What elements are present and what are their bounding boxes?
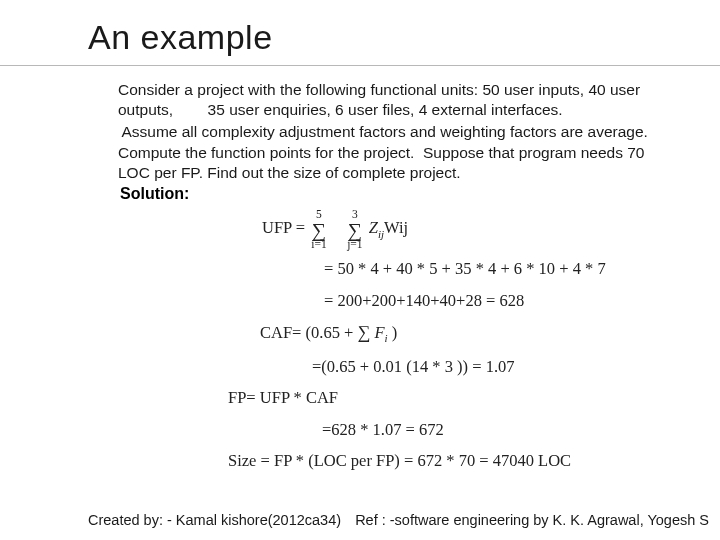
- footer-ref: Ref : -software engineering by K. K. Agr…: [355, 512, 709, 528]
- problem-line-1: Consider a project with the following fu…: [118, 80, 676, 120]
- ufp-result: = 200+200+140+40+28 = 628: [324, 288, 720, 314]
- slide-title: An example: [88, 18, 720, 57]
- sigma2-lower: j=1: [347, 239, 362, 251]
- slide: An example Consider a project with the f…: [0, 0, 720, 540]
- caf-suffix: ): [392, 323, 398, 342]
- ufp-expansion: = 50 * 4 + 40 * 5 + 35 * 4 + 6 * 10 + 4 …: [324, 256, 720, 282]
- title-underline: [0, 65, 720, 66]
- sigma-icon: ∑: [347, 221, 362, 239]
- z-var: Z: [369, 218, 378, 237]
- sigma-outer: 5 ∑ i=1: [311, 209, 326, 250]
- sigma-icon: ∑: [311, 221, 326, 239]
- sigma1-lower: i=1: [311, 239, 326, 251]
- caf-result: =(0.65 + 0.01 (14 * 3 )) = 1.07: [312, 354, 720, 380]
- footer: Created by: - Kamal kishore(2012ca34) Re…: [88, 512, 709, 528]
- f-sub: i: [385, 333, 388, 345]
- sigma-inner: 3 ∑ j=1: [347, 209, 362, 250]
- f-var: F: [374, 323, 384, 342]
- problem-line-3: Compute the function points for the proj…: [118, 143, 676, 183]
- footer-created: Created by: - Kamal kishore(2012ca34): [88, 512, 341, 528]
- problem-line-2: Assume all complexity adjustment factors…: [118, 122, 676, 142]
- caf-definition: CAF= (0.65 + ∑ Fi ): [260, 319, 720, 347]
- ufp-prefix: UFP =: [262, 218, 309, 237]
- math-block: UFP = 5 ∑ i=1 3 ∑ j=1 ZijWij = 50 * 4 + …: [262, 209, 720, 474]
- ufp-definition: UFP = 5 ∑ i=1 3 ∑ j=1 ZijWij: [262, 209, 720, 250]
- fp-result: =628 * 1.07 = 672: [322, 417, 720, 443]
- solution-label: Solution:: [120, 185, 720, 203]
- fp-definition: FP= UFP * CAF: [228, 385, 720, 411]
- caf-prefix: CAF= (0.65 +: [260, 323, 357, 342]
- size-result: Size = FP * (LOC per FP) = 672 * 70 = 47…: [228, 448, 720, 474]
- wij: Wij: [384, 218, 408, 237]
